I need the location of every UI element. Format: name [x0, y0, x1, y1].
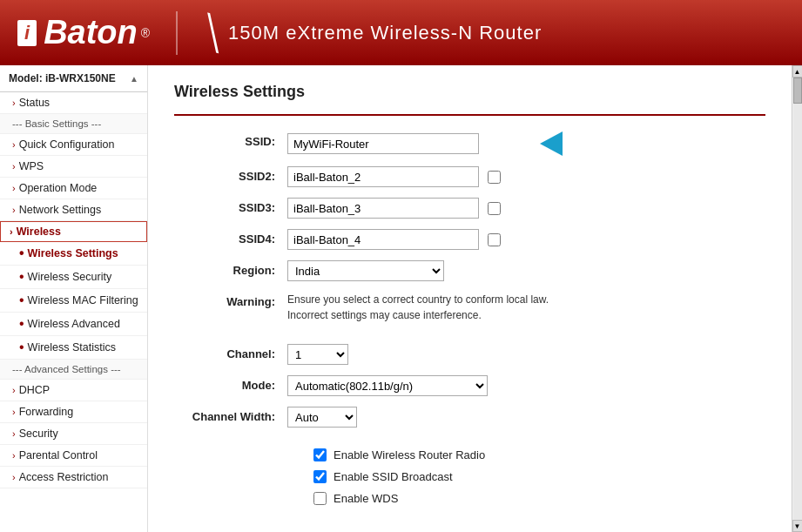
region-control: India United States Europe China Japan [287, 260, 765, 281]
region-label: Region: [174, 260, 287, 281]
page-title: Wireless Settings [174, 83, 765, 101]
sidebar-item-wireless-mac[interactable]: • Wireless MAC Filtering [0, 289, 147, 313]
warning-text: Ensure you select a correct country to c… [287, 292, 549, 323]
ssid4-row: SSID4: [174, 229, 765, 250]
sidebar-advanced-settings-header: --- Advanced Settings --- [0, 360, 147, 380]
enable-wds-label: Enable WDS [334, 492, 398, 505]
channel-width-select[interactable]: Auto 20MHz 40MHz [287, 407, 357, 428]
ssid-arrow-indicator [540, 131, 563, 156]
warning-control: Ensure you select a correct country to c… [287, 292, 765, 323]
sidebar: Model: iB-WRX150NE ▲ › Status --- Basic … [0, 65, 148, 532]
warning-label: Warning: [174, 292, 287, 313]
sidebar-item-forwarding[interactable]: › Forwarding [0, 401, 147, 423]
logo-reg: ® [141, 26, 150, 40]
ssid3-row: SSID3: [174, 198, 765, 219]
sidebar-item-wireless[interactable]: › Wireless [0, 221, 147, 242]
main-layout: Model: iB-WRX150NE ▲ › Status --- Basic … [0, 65, 802, 532]
region-row: Region: India United States Europe China… [174, 260, 765, 281]
sidebar-item-status[interactable]: › Status [0, 92, 147, 114]
scroll-up-btn[interactable]: ▲ [792, 65, 803, 77]
arrow-icon: › [12, 428, 16, 439]
arrow-icon: › [10, 226, 13, 237]
sidebar-item-operation-mode[interactable]: › Operation Mode [0, 178, 147, 199]
enable-wds-checkbox[interactable] [313, 492, 327, 505]
scroll-down-btn[interactable]: ▼ [792, 520, 803, 532]
channel-label: Channel: [174, 344, 287, 365]
header-divider [176, 11, 178, 55]
mode-label: Mode: [174, 375, 287, 396]
mode-control: Automatic(802.11b/g/n) 802.11b only 802.… [287, 375, 765, 396]
arrow-icon: › [12, 205, 16, 215]
logo-i: i [17, 20, 37, 46]
arrow-icon: › [12, 183, 16, 193]
bullet-icon: • [19, 340, 24, 354]
enable-ssid-row: Enable SSID Broadcast [313, 470, 765, 483]
channel-select[interactable]: 12345 678910 111213 [287, 344, 348, 365]
arrow-icon: › [12, 385, 16, 395]
channel-width-label: Channel Width: [174, 407, 287, 428]
ssid-input[interactable] [287, 133, 479, 154]
region-select[interactable]: India United States Europe China Japan [287, 260, 444, 281]
arrow-icon: › [12, 161, 16, 172]
sidebar-item-quick-config[interactable]: › Quick Configuration [0, 134, 147, 156]
ssid4-control [287, 229, 765, 250]
sidebar-item-wireless-stats[interactable]: • Wireless Statistics [0, 336, 147, 360]
ssid2-label: SSID2: [174, 166, 287, 187]
content-area: Wireless Settings SSID: SSID2: SSID3: [148, 65, 792, 532]
content-divider [174, 114, 765, 116]
channel-width-row: Channel Width: Auto 20MHz 40MHz [174, 407, 765, 428]
ssid3-label: SSID3: [174, 198, 287, 219]
arrow-icon: › [12, 407, 16, 417]
ssid-row: SSID: [174, 131, 765, 156]
ssid4-checkbox[interactable] [488, 233, 501, 246]
scrollbar-track [793, 77, 802, 520]
bullet-icon: • [19, 270, 24, 284]
enable-ssid-label: Enable SSID Broadcast [334, 470, 453, 483]
arrow-icon: › [12, 139, 16, 150]
enable-wds-row: Enable WDS [313, 492, 765, 505]
ssid3-input[interactable] [287, 198, 479, 219]
channel-width-control: Auto 20MHz 40MHz [287, 407, 765, 428]
sidebar-item-wps[interactable]: › WPS [0, 156, 147, 178]
sidebar-item-wireless-advanced[interactable]: • Wireless Advanced [0, 313, 147, 336]
ssid-label: SSID: [174, 131, 287, 152]
sidebar-item-wireless-settings[interactable]: • Wireless Settings [0, 242, 147, 266]
warning-row: Warning: Ensure you select a correct cou… [174, 292, 765, 323]
sidebar-item-parental-control[interactable]: › Parental Control [0, 445, 147, 467]
right-scrollbar: ▲ ▼ [792, 65, 802, 532]
enable-radio-row: Enable Wireless Router Radio [313, 448, 765, 461]
slash-icon: ╲ [199, 12, 227, 52]
ssid4-input[interactable] [287, 229, 479, 250]
ssid3-checkbox[interactable] [488, 202, 501, 215]
sidebar-item-network-settings[interactable]: › Network Settings [0, 199, 147, 221]
ssid-control [287, 131, 765, 156]
mode-row: Mode: Automatic(802.11b/g/n) 802.11b onl… [174, 375, 765, 396]
sidebar-model: Model: iB-WRX150NE ▲ [0, 65, 147, 92]
sidebar-item-dhcp[interactable]: › DHCP [0, 380, 147, 401]
sidebar-item-wireless-security[interactable]: • Wireless Security [0, 266, 147, 289]
sidebar-basic-settings-header: --- Basic Settings --- [0, 114, 147, 134]
bullet-icon: • [19, 246, 24, 260]
sidebar-scroll-up[interactable]: ▲ [130, 74, 138, 84]
logo: i Baton® [17, 14, 150, 51]
ssid2-row: SSID2: [174, 166, 765, 187]
ssid2-control [287, 166, 765, 187]
logo-baton: Baton [44, 14, 138, 51]
sidebar-item-access-restriction[interactable]: › Access Restriction [0, 467, 147, 488]
enable-radio-checkbox[interactable] [313, 448, 327, 461]
scrollbar-thumb[interactable] [793, 77, 802, 104]
bullet-icon: • [19, 293, 24, 307]
sidebar-item-security[interactable]: › Security [0, 423, 147, 445]
mode-select[interactable]: Automatic(802.11b/g/n) 802.11b only 802.… [287, 375, 488, 396]
channel-row: Channel: 12345 678910 111213 [174, 344, 765, 365]
enable-ssid-checkbox[interactable] [313, 470, 327, 483]
arrow-icon: › [12, 472, 16, 482]
header: i Baton® ╲ 150M eXtreme Wireless-N Route… [0, 0, 802, 65]
ssid3-control [287, 198, 765, 219]
enable-radio-label: Enable Wireless Router Radio [334, 448, 485, 461]
ssid2-input[interactable] [287, 166, 479, 187]
header-title: 150M eXtreme Wireless-N Router [228, 22, 542, 44]
ssid2-checkbox[interactable] [488, 171, 501, 184]
channel-control: 12345 678910 111213 [287, 344, 765, 365]
ssid4-label: SSID4: [174, 229, 287, 250]
